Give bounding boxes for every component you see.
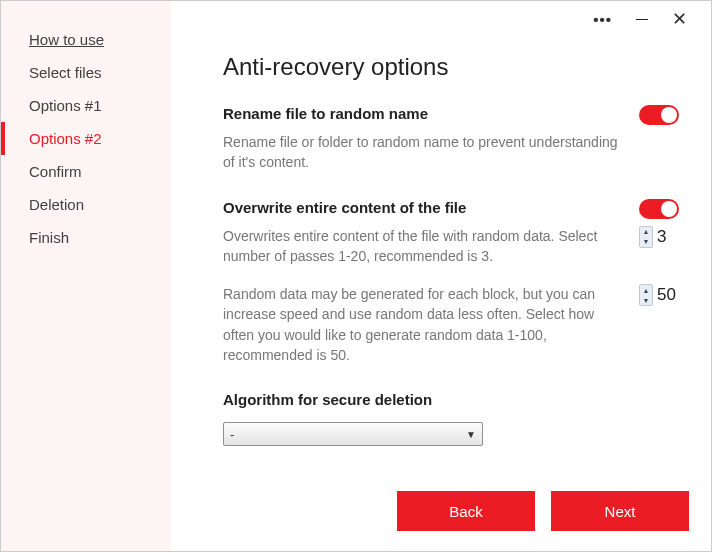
- random-description: Random data may be generated for each bl…: [223, 284, 623, 365]
- rename-heading: Rename file to random name: [223, 105, 683, 122]
- sidebar-item-options-1[interactable]: Options #1: [1, 89, 171, 122]
- passes-stepper[interactable]: ▲▼ 3: [639, 226, 679, 248]
- algorithm-heading: Algorithm for secure deletion: [223, 391, 683, 408]
- sidebar-item-options-2[interactable]: Options #2: [1, 122, 171, 155]
- random-stepper[interactable]: ▲▼ 50: [639, 284, 679, 306]
- wizard-sidebar: How to use Select files Options #1 Optio…: [1, 1, 171, 551]
- footer-buttons: Back Next: [397, 491, 689, 531]
- passes-stepper-arrows[interactable]: ▲▼: [639, 226, 653, 248]
- random-value: 50: [657, 285, 679, 305]
- page-title: Anti-recovery options: [223, 53, 683, 81]
- algorithm-selected-value: -: [230, 427, 234, 442]
- sidebar-item-select-files[interactable]: Select files: [1, 56, 171, 89]
- sidebar-item-deletion[interactable]: Deletion: [1, 188, 171, 221]
- rename-toggle[interactable]: [639, 105, 679, 125]
- overwrite-heading: Overwrite entire content of the file: [223, 199, 683, 216]
- chevron-down-icon: ▼: [466, 429, 476, 440]
- passes-value: 3: [657, 227, 679, 247]
- main-panel: Anti-recovery options Rename file to ran…: [171, 1, 711, 551]
- back-button[interactable]: Back: [397, 491, 535, 531]
- overwrite-toggle[interactable]: [639, 199, 679, 219]
- rename-description: Rename file or folder to random name to …: [223, 132, 623, 173]
- passes-description: Overwrites entire content of the file wi…: [223, 226, 623, 267]
- next-button[interactable]: Next: [551, 491, 689, 531]
- sidebar-item-finish[interactable]: Finish: [1, 221, 171, 254]
- algorithm-select[interactable]: - ▼: [223, 422, 483, 446]
- random-stepper-arrows[interactable]: ▲▼: [639, 284, 653, 306]
- sidebar-item-how-to-use[interactable]: How to use: [1, 23, 171, 56]
- sidebar-item-confirm[interactable]: Confirm: [1, 155, 171, 188]
